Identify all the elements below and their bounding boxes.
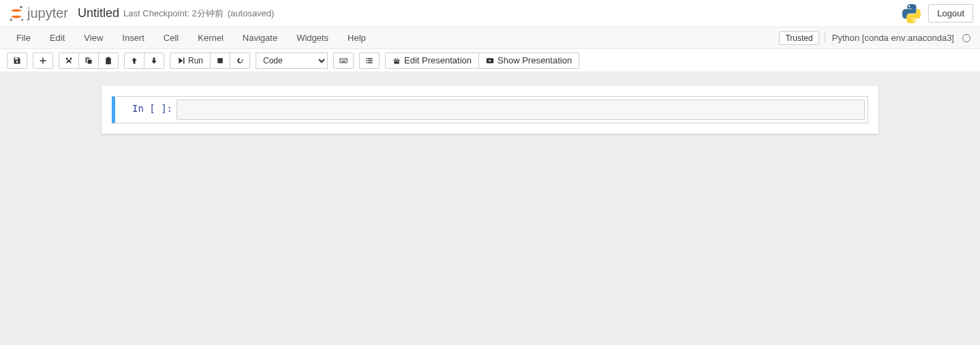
stop-icon	[216, 57, 224, 65]
menu-view[interactable]: View	[74, 29, 112, 47]
show-presentation-button[interactable]: Show Presentation	[479, 52, 579, 69]
menu-file[interactable]: File	[7, 29, 40, 47]
svg-rect-6	[343, 59, 343, 60]
paste-button[interactable]	[99, 52, 119, 69]
svg-point-0	[20, 5, 22, 8]
autosave-status: (autosaved)	[228, 8, 275, 18]
plus-icon	[39, 57, 47, 65]
svg-rect-3	[217, 58, 223, 63]
header: jupyter Untitled Last Checkpoint: 2分钟前 (…	[0, 0, 980, 27]
save-icon	[13, 57, 21, 65]
svg-rect-12	[367, 60, 368, 61]
jupyter-logo[interactable]: jupyter	[7, 4, 68, 23]
svg-point-1	[10, 18, 12, 21]
menubar: File Edit View Insert Cell Kernel Naviga…	[0, 27, 980, 49]
input-prompt: In [ ]:	[115, 97, 177, 123]
svg-rect-14	[367, 62, 368, 63]
jupyter-text: jupyter	[27, 5, 68, 21]
run-icon	[177, 57, 185, 65]
python-icon	[902, 4, 921, 23]
logout-button[interactable]: Logout	[928, 4, 973, 22]
code-input[interactable]	[177, 100, 865, 120]
command-palette-button[interactable]	[333, 52, 354, 69]
keyboard-icon	[339, 57, 348, 65]
svg-rect-7	[344, 59, 345, 60]
svg-rect-4	[340, 59, 348, 63]
toc-button[interactable]	[359, 52, 380, 69]
svg-rect-5	[341, 59, 341, 60]
kernel-name[interactable]: Python [conda env:anaconda3]	[825, 33, 954, 43]
interrupt-button[interactable]	[211, 52, 230, 69]
menu-edit[interactable]: Edit	[40, 29, 74, 47]
menu-cell[interactable]: Cell	[154, 29, 188, 47]
move-up-button[interactable]	[124, 52, 144, 69]
checkpoint-status: Last Checkpoint: 2分钟前	[123, 7, 224, 20]
arrow-up-icon	[130, 57, 138, 65]
menu-help[interactable]: Help	[338, 29, 376, 47]
menu-insert[interactable]: Insert	[112, 29, 154, 47]
svg-rect-10	[367, 58, 368, 59]
play-icon	[486, 57, 494, 65]
svg-rect-15	[368, 62, 373, 63]
add-cell-button[interactable]	[33, 52, 53, 69]
menu-navigate[interactable]: Navigate	[233, 29, 287, 47]
notebook-content: In [ ]:	[0, 72, 980, 345]
code-cell[interactable]: In [ ]:	[112, 96, 868, 123]
menu-kernel[interactable]: Kernel	[188, 29, 233, 47]
trusted-badge[interactable]: Trusted	[779, 31, 818, 45]
paste-icon	[104, 57, 112, 65]
save-button[interactable]	[7, 52, 27, 69]
restart-button[interactable]	[230, 52, 250, 69]
svg-rect-13	[368, 60, 373, 61]
cell-type-select[interactable]: Code	[256, 52, 328, 69]
kernel-indicator-icon	[962, 34, 970, 42]
notebook-name[interactable]: Untitled	[78, 6, 119, 20]
copy-icon	[85, 57, 93, 65]
svg-rect-8	[346, 59, 346, 60]
arrow-down-icon	[150, 57, 158, 65]
notebook-container: In [ ]:	[102, 86, 878, 134]
svg-rect-11	[368, 58, 373, 59]
toolbar: Run Code Edit Presentation Show Presenta…	[0, 49, 980, 72]
list-icon	[365, 57, 373, 65]
edit-presentation-button[interactable]: Edit Presentation	[385, 52, 479, 69]
cut-button[interactable]	[59, 52, 79, 69]
scissors-icon	[65, 57, 73, 65]
jupyter-icon	[7, 4, 26, 23]
restart-icon	[236, 57, 244, 65]
copy-button[interactable]	[79, 52, 99, 69]
svg-point-2	[21, 18, 23, 20]
svg-rect-9	[341, 61, 346, 61]
move-down-button[interactable]	[144, 52, 164, 69]
gift-icon	[393, 57, 401, 65]
menu-widgets[interactable]: Widgets	[287, 29, 338, 47]
run-button[interactable]: Run	[170, 52, 211, 69]
